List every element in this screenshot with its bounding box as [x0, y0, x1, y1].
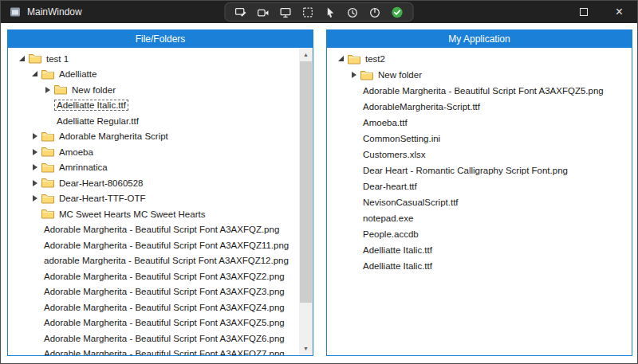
tree-item[interactable]: Dear-Heart-TTF-OTF — [18, 191, 299, 207]
expander-placeholder — [349, 118, 360, 127]
folder-icon — [41, 131, 57, 142]
tree-item-label: New folder — [69, 84, 118, 96]
tree-item[interactable]: Dear-heart.ttf — [337, 178, 632, 194]
expander-placeholder — [349, 213, 360, 223]
tree-item[interactable]: AdorableMargherita-Script.ttf — [337, 99, 632, 115]
tree-item[interactable]: Adorable Margherita - Beautiful Script F… — [18, 299, 299, 315]
tree-item[interactable]: Adelliatte Italic.ttf — [18, 98, 299, 114]
tree-item[interactable]: Amoeba — [18, 144, 299, 160]
main-window: MainWindow × File/Folders test 1Adelliat… — [0, 0, 638, 364]
tree-item[interactable]: Adorable Margherita - Beautiful Script F… — [18, 237, 299, 253]
tree-item[interactable]: test 1 — [18, 51, 299, 67]
tree-item-label: adorable Margherita - Beautiful Script F… — [41, 255, 291, 266]
tree-item[interactable]: New folder — [18, 82, 299, 98]
application-panel: My Application test2New folderAdorable M… — [326, 29, 632, 356]
expander-expanded-icon[interactable] — [30, 69, 41, 79]
screen-share-icon[interactable] — [280, 6, 292, 18]
tree-item[interactable]: Adorable Margherita Script — [18, 129, 299, 145]
tree-item-label: test2 — [363, 53, 388, 65]
tree-item-label: Dear-Heart-8060528 — [57, 178, 145, 189]
expander-placeholder — [30, 256, 41, 265]
expander-placeholder — [30, 272, 41, 281]
cursor-icon[interactable] — [325, 6, 337, 18]
expander-collapsed-icon[interactable] — [349, 70, 360, 80]
expander-placeholder — [30, 318, 41, 327]
maximize-button[interactable] — [565, 1, 601, 23]
scrollbar-thumb[interactable] — [300, 61, 312, 303]
files-scrollbar[interactable]: ▲ ▼ — [299, 48, 313, 355]
tree-item[interactable]: Adorable Margherita - Beautiful Script F… — [18, 268, 299, 284]
tree-item[interactable]: Adelliatte Italic.ttf — [337, 258, 632, 274]
tree-item-label: AdorableMargherita-Script.ttf — [360, 101, 482, 112]
expander-collapsed-icon[interactable] — [30, 178, 41, 188]
tree-item[interactable]: Adorable Margherita - Beautiful Script F… — [18, 346, 299, 356]
scrollbar-track[interactable] — [299, 61, 313, 342]
tree-item-label: Adorable Margherita - Beautiful Script F… — [41, 333, 287, 344]
expander-placeholder — [43, 116, 54, 126]
expander-expanded-icon[interactable] — [337, 54, 348, 64]
expander-placeholder — [30, 349, 41, 355]
tree-item[interactable]: notepad.exe — [337, 210, 632, 226]
expander-placeholder — [349, 261, 360, 271]
power-icon[interactable] — [369, 6, 381, 18]
folder-icon — [348, 54, 363, 65]
tree-item-label: notepad.exe — [360, 213, 415, 224]
tree-item[interactable]: Amoeba.ttf — [337, 115, 632, 131]
close-button[interactable]: × — [601, 1, 637, 23]
tree-item[interactable]: Dear-Heart-8060528 — [18, 175, 299, 191]
expander-placeholder — [349, 198, 360, 207]
tree-item[interactable]: NevisonCasualScript.ttf — [337, 194, 632, 210]
tree-item[interactable]: Amrinnatica — [18, 160, 299, 176]
tree-item-label: Adorable Margherita Script — [57, 131, 171, 142]
folder-icon — [54, 84, 69, 95]
tree-item[interactable]: Adorable Margherita - Beautiful Script F… — [18, 222, 299, 238]
tree-item[interactable]: Adorable Margherita - Beautiful Script F… — [18, 331, 299, 346]
application-panel-body: test2New folderAdorable Margherita - Bea… — [327, 48, 632, 355]
tree-item[interactable]: Dear Heart - Romantic Calligraphy Script… — [337, 162, 632, 178]
tree-item[interactable]: adorable Margherita - Beautiful Script F… — [18, 253, 299, 269]
window-select-icon[interactable] — [302, 6, 314, 18]
folder-icon — [41, 178, 57, 188]
expander-collapsed-icon[interactable] — [30, 147, 41, 157]
expander-expanded-icon[interactable] — [18, 54, 29, 64]
tree-item-label: Dear-Heart-TTF-OTF — [57, 193, 148, 204]
timer-icon[interactable] — [347, 6, 359, 18]
tree-item-label: Adorable Margherita - Beautiful Script F… — [41, 348, 287, 355]
tree-item-label: Adorable Margherita - Beautiful Script F… — [41, 224, 282, 235]
tree-item-label: Adorable Margherita - Beautiful Script F… — [41, 271, 287, 282]
expander-collapsed-icon[interactable] — [43, 85, 54, 95]
tree-item[interactable]: People.accdb — [337, 226, 632, 242]
scroll-down-button[interactable]: ▼ — [299, 342, 313, 355]
tree-item-label: Amoeba.ttf — [360, 117, 410, 128]
check-icon[interactable] — [392, 6, 404, 18]
tree-item[interactable]: MC Sweet Hearts MC Sweet Hearts — [18, 206, 299, 222]
tree-item-label: Adelliatte Regular.ttf — [54, 115, 141, 127]
expander-collapsed-icon[interactable] — [30, 162, 41, 172]
folder-icon — [41, 209, 57, 219]
tree-item[interactable]: Adorable Margherita - Beautiful Script F… — [337, 83, 632, 99]
tree-item[interactable]: Adelliatte Italic.ttf — [337, 242, 632, 258]
tree-item-label: Adelliatte — [57, 68, 99, 80]
titlebar: MainWindow × — [1, 1, 637, 23]
tree-item[interactable]: New folder — [337, 67, 632, 83]
screen-draw-icon[interactable] — [235, 6, 247, 18]
tree-item[interactable]: Adorable Margherita - Beautiful Script F… — [18, 284, 299, 300]
tree-item[interactable]: test2 — [337, 51, 632, 67]
capture-toolbar — [225, 2, 414, 22]
window-controls: × — [565, 1, 637, 23]
tree-item[interactable]: Adelliatte — [18, 67, 299, 83]
tree-item[interactable]: CommonSetting.ini — [337, 131, 632, 147]
expander-placeholder — [349, 245, 360, 255]
expander-placeholder — [349, 134, 360, 143]
scroll-up-button[interactable]: ▲ — [299, 48, 313, 61]
video-camera-icon[interactable] — [258, 6, 270, 18]
expander-collapsed-icon[interactable] — [30, 194, 41, 203]
tree-item[interactable]: Adelliatte Regular.ttf — [18, 113, 299, 129]
expander-collapsed-icon[interactable] — [30, 131, 41, 141]
expander-placeholder — [349, 166, 360, 175]
tree-item[interactable]: Customers.xlsx — [337, 147, 632, 162]
tree-item[interactable]: Adorable Margherita - Beautiful Script F… — [18, 315, 299, 331]
files-panel: File/Folders test 1AdelliatteNew folderA… — [7, 29, 313, 356]
expander-placeholder — [43, 100, 54, 110]
tree-item-label: NevisonCasualScript.ttf — [360, 197, 461, 208]
